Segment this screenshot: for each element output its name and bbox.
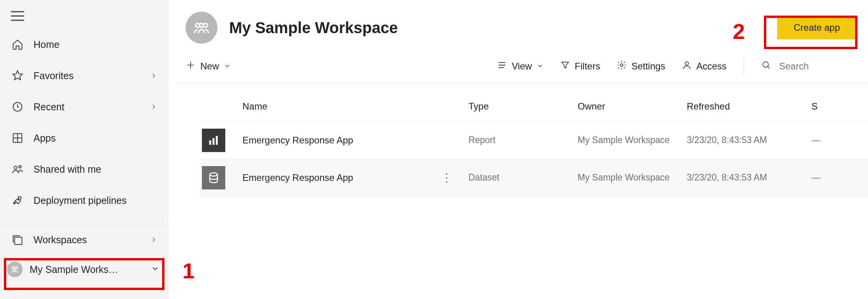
col-header-owner[interactable]: Owner xyxy=(578,101,687,112)
col-header-refreshed[interactable]: Refreshed xyxy=(687,101,811,112)
shared-icon xyxy=(11,163,24,175)
hamburger-icon xyxy=(11,11,159,21)
svg-point-7 xyxy=(16,267,18,269)
nav-apps[interactable]: Apps xyxy=(0,122,168,154)
new-button[interactable]: New xyxy=(186,60,231,73)
toolbar-label: Filters xyxy=(575,61,600,72)
nav-label: Workspaces xyxy=(34,234,87,246)
svg-point-12 xyxy=(621,64,623,67)
gear-icon xyxy=(617,60,627,73)
chevron-down-icon xyxy=(151,264,159,275)
workspace-header: My Sample Workspace Create app xyxy=(176,0,868,51)
settings-button[interactable]: Settings xyxy=(617,60,665,73)
item-type: Dataset xyxy=(468,172,578,183)
report-icon xyxy=(202,129,225,152)
chevron-down-icon xyxy=(537,61,544,72)
more-options-button[interactable]: ⋮ xyxy=(441,171,453,184)
svg-point-14 xyxy=(763,62,768,67)
col-header-sensitivity[interactable]: S xyxy=(811,101,866,112)
sidebar: Home Favorites Recent xyxy=(0,0,168,299)
item-owner: My Sample Workspace xyxy=(578,135,687,145)
svg-rect-5 xyxy=(15,237,22,244)
nav-label: Recent xyxy=(34,101,64,113)
star-icon xyxy=(11,70,24,81)
col-header-name[interactable]: Name xyxy=(242,101,468,112)
access-button[interactable]: Access xyxy=(682,60,727,73)
table-header-row: Name Type Owner Refreshed S xyxy=(200,96,868,122)
svg-point-8 xyxy=(14,270,16,272)
table-row[interactable]: Emergency Response App Report My Sample … xyxy=(200,122,868,159)
search-input[interactable] xyxy=(778,60,856,72)
rocket-icon xyxy=(11,195,24,206)
svg-rect-15 xyxy=(209,140,211,145)
nav-bottom: Workspaces My Sample Works… xyxy=(0,224,168,299)
item-refreshed: 3/23/20, 8:43:53 AM xyxy=(687,172,811,183)
nav-label: Home xyxy=(34,39,60,50)
toolbar-divider xyxy=(744,58,744,75)
nav-deployment-pipelines[interactable]: Deployment pipelines xyxy=(0,185,168,216)
home-icon xyxy=(11,39,24,50)
nav-home[interactable]: Home xyxy=(0,29,168,60)
current-workspace-label: My Sample Works… xyxy=(30,264,118,275)
current-workspace-selector[interactable]: My Sample Works… xyxy=(0,255,168,283)
chevron-right-icon xyxy=(150,70,157,81)
svg-point-6 xyxy=(12,267,14,269)
app-root: Home Favorites Recent xyxy=(0,0,868,299)
svg-rect-17 xyxy=(216,136,218,145)
nav-primary: Home Favorites Recent xyxy=(0,29,168,216)
svg-point-2 xyxy=(14,166,17,169)
chevron-right-icon xyxy=(150,234,157,246)
nav-label: Deployment pipelines xyxy=(34,195,127,206)
main-panel: My Sample Workspace Create app New View xyxy=(168,0,868,299)
item-name: Emergency Response App xyxy=(242,172,353,183)
create-app-button[interactable]: Create app xyxy=(777,16,856,39)
workspaces-icon xyxy=(11,234,24,246)
person-icon xyxy=(682,60,692,73)
item-owner: My Sample Workspace xyxy=(578,172,687,183)
nav-recent[interactable]: Recent xyxy=(0,91,168,122)
apps-icon xyxy=(11,132,24,144)
clock-icon xyxy=(11,101,24,113)
item-name: Emergency Response App xyxy=(242,135,353,146)
content-table: Name Type Owner Refreshed S Emergency Re… xyxy=(200,96,868,196)
toolbar-label: Settings xyxy=(631,61,665,72)
nav-favorites[interactable]: Favorites xyxy=(0,60,168,91)
search-box[interactable] xyxy=(761,60,856,73)
chevron-down-icon xyxy=(224,61,231,72)
toolbar-label: New xyxy=(200,61,219,72)
toolbar-label: Access xyxy=(697,61,727,72)
filter-icon xyxy=(560,60,570,73)
nav-shared-with-me[interactable]: Shared with me xyxy=(0,154,168,185)
col-header-type[interactable]: Type xyxy=(468,101,578,112)
svg-point-4 xyxy=(18,199,19,200)
chevron-right-icon xyxy=(150,101,157,113)
workspace-title: My Sample Workspace xyxy=(229,19,398,37)
nav-label: Favorites xyxy=(34,70,74,81)
plus-icon xyxy=(186,60,196,73)
svg-point-11 xyxy=(200,23,203,27)
view-button[interactable]: View xyxy=(497,60,544,73)
svg-rect-16 xyxy=(212,138,214,145)
item-refreshed: 3/23/20, 8:43:53 AM xyxy=(687,135,811,145)
svg-point-13 xyxy=(685,62,688,65)
table-row[interactable]: Emergency Response App ⋮ Dataset My Samp… xyxy=(200,159,868,196)
search-icon xyxy=(761,60,771,73)
view-icon xyxy=(497,60,507,73)
item-sensitivity: — xyxy=(811,172,866,183)
dataset-icon xyxy=(202,166,225,189)
filters-button[interactable]: Filters xyxy=(560,60,600,73)
workspace-avatar-icon xyxy=(7,262,23,277)
toolbar-label: View xyxy=(512,61,532,72)
hamburger-menu[interactable] xyxy=(0,0,168,29)
item-type: Report xyxy=(468,135,578,145)
nav-label: Shared with me xyxy=(34,164,101,175)
item-sensitivity: — xyxy=(811,135,866,145)
toolbar: New View Filters xyxy=(176,51,868,84)
svg-point-18 xyxy=(210,173,217,176)
svg-point-3 xyxy=(19,166,21,168)
nav-workspaces[interactable]: Workspaces xyxy=(0,224,168,255)
nav-label: Apps xyxy=(34,133,56,144)
workspace-avatar-large-icon xyxy=(186,12,217,44)
